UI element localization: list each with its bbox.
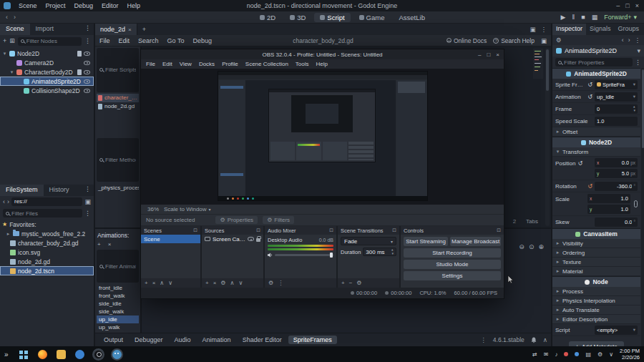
animation-item[interactable]: front_walk: [97, 292, 139, 300]
new-scene-tab-button[interactable]: +: [137, 26, 151, 33]
nav-forward-icon[interactable]: ›: [7, 199, 9, 205]
speaker-icon[interactable]: [268, 253, 273, 258]
file-row-svg[interactable]: icon.svg: [0, 248, 94, 257]
visibility-icon[interactable]: [84, 89, 90, 93]
zoom-reset-icon[interactable]: ⊙: [529, 243, 535, 250]
group-editor-description[interactable]: ▸Editor Description: [552, 315, 640, 324]
filter-animations-input[interactable]: [105, 263, 136, 270]
group-visibility[interactable]: ▸Visibility: [552, 239, 640, 248]
source-lock-icon[interactable]: [256, 238, 260, 242]
filter-methods-box[interactable]: [97, 138, 139, 182]
rotation-value[interactable]: -360.0 °: [595, 182, 638, 191]
position-x-value[interactable]: x 0.0 px: [595, 158, 638, 167]
play-button[interactable]: ▶: [561, 14, 566, 21]
source-properties-button[interactable]: ⚙ Properties: [215, 216, 258, 224]
float-dock-icon[interactable]: ⊡: [497, 228, 501, 233]
volume-slider-handle[interactable]: [330, 253, 333, 258]
menu-scene[interactable]: Scene: [14, 2, 42, 9]
menu-editor[interactable]: Editor: [97, 2, 123, 9]
tab-scene[interactable]: Scene: [0, 24, 30, 35]
add-transition-icon[interactable]: +: [341, 280, 345, 286]
stop-button[interactable]: ■: [581, 14, 585, 21]
add-source-icon[interactable]: +: [205, 280, 209, 286]
studio-mode-button[interactable]: Studio Mode: [404, 260, 501, 269]
animation-item[interactable]: up_walk: [97, 323, 139, 331]
current-path[interactable]: res://: [11, 197, 82, 206]
group-physics-interpolation[interactable]: ▸Physics Interpolation: [552, 296, 640, 305]
search-help-button[interactable]: ? Search Help: [493, 37, 535, 44]
source-visibility-icon[interactable]: [248, 237, 254, 241]
move-scene-up-icon[interactable]: ∧: [160, 280, 164, 286]
tray-music-icon[interactable]: ♪: [555, 351, 557, 358]
menu-help[interactable]: Help: [123, 2, 145, 9]
tray-input-icon[interactable]: ⇄: [532, 351, 537, 358]
taskbar-app-chat[interactable]: [75, 350, 84, 359]
scene-tab-node2d[interactable]: node_2d ×: [95, 24, 137, 35]
menu-debug[interactable]: Debug: [70, 2, 98, 9]
obs-menu-help[interactable]: Help: [313, 61, 331, 67]
property-scale[interactable]: Scale x 1.0 y 1.0: [552, 192, 640, 216]
file-row-gd2[interactable]: node_2d.gd: [0, 257, 94, 266]
filter-files-input[interactable]: [11, 210, 79, 217]
animation-item-selected[interactable]: up_idle: [97, 315, 139, 323]
move-source-up-icon[interactable]: ∧: [230, 280, 235, 286]
transition-properties-icon[interactable]: ⚙: [356, 280, 361, 286]
filter-scripts-box[interactable]: [97, 48, 139, 92]
obs-menu-tools[interactable]: Tools: [292, 61, 313, 67]
remove-source-icon[interactable]: ×: [213, 280, 217, 286]
add-metadata-button[interactable]: + Add Metadata: [569, 341, 623, 346]
source-properties-icon[interactable]: ⚙: [220, 280, 225, 286]
property-rotation[interactable]: Rotation ↺ -360.0 °: [552, 180, 640, 192]
workspace-tab-assetlib[interactable]: AssetLib: [393, 13, 430, 22]
script-badge-icon[interactable]: [77, 69, 82, 75]
property-position[interactable]: Position↺ x 0.0 px y 5.0 px: [552, 157, 640, 180]
script-value[interactable]: <empty> ▾: [595, 326, 638, 335]
history-forward-icon[interactable]: ›: [14, 14, 16, 21]
taskbar-app-godot[interactable]: [112, 350, 122, 359]
attach-script-icon[interactable]: ⋮: [84, 38, 91, 44]
scene-list-item[interactable]: Scene: [141, 235, 200, 243]
duration-spinbox[interactable]: 300 ms ▾▾: [363, 248, 396, 256]
obs-menu-edit[interactable]: Edit: [159, 61, 176, 67]
movie-maker-button[interactable]: ▦: [592, 14, 598, 21]
group-offset[interactable]: ▸ Offset: [552, 127, 640, 137]
tree-row-camera2d[interactable]: Camera2D: [0, 58, 94, 67]
close-icon[interactable]: ×: [635, 2, 639, 9]
tab-groups[interactable]: Groups: [615, 24, 643, 35]
source-list-item[interactable]: Screen Capture: [202, 235, 263, 243]
close-tab-icon[interactable]: ×: [128, 26, 132, 33]
visibility-icon[interactable]: [84, 70, 90, 74]
renderer-select[interactable]: Forward+ ▾: [604, 14, 637, 21]
script-menu-edit[interactable]: Edit: [114, 37, 135, 44]
tray-recording-icon[interactable]: [564, 352, 568, 356]
panel-debugger[interactable]: Debugger: [130, 336, 168, 344]
minimize-icon[interactable]: –: [616, 2, 620, 9]
skew-value[interactable]: 0.0 °: [595, 217, 638, 227]
obs-minimize-icon[interactable]: –: [478, 52, 481, 58]
tray-bluetooth-icon[interactable]: [575, 352, 579, 356]
taskbar-clock[interactable]: 2:00 PM 2/20/26: [620, 348, 640, 361]
obs-menu-profile[interactable]: Profile: [218, 61, 242, 67]
obs-menu-file[interactable]: File: [142, 61, 159, 67]
script-menu-search[interactable]: Search: [134, 37, 163, 44]
expand-icon[interactable]: ▸: [6, 231, 11, 237]
filter-methods-input[interactable]: [105, 157, 136, 163]
filter-nodes-box[interactable]: [18, 37, 82, 46]
manage-broadcast-button[interactable]: Manage Broadcast: [450, 237, 501, 246]
visibility-icon[interactable]: [84, 79, 90, 84]
filter-animations-box[interactable]: [97, 250, 139, 283]
file-row-folder[interactable]: ▸ mystic_woods_free_2.2: [0, 229, 94, 238]
tray-collapse-icon[interactable]: ∨: [609, 351, 613, 358]
script-menu-goto[interactable]: Go To: [163, 37, 189, 44]
remove-scene-icon[interactable]: ×: [152, 280, 156, 286]
transition-select[interactable]: Fade ▾: [341, 237, 396, 245]
focus-path-icon[interactable]: ▣: [84, 199, 91, 205]
method-item[interactable]: _physics_process: [97, 183, 139, 192]
zoom-in-icon[interactable]: ⊕: [538, 243, 544, 250]
add-animation-icon[interactable]: +: [97, 241, 101, 248]
pause-button[interactable]: ‖: [572, 14, 575, 21]
revert-icon[interactable]: ↺: [577, 160, 582, 167]
history-back-icon[interactable]: ‹: [6, 14, 8, 21]
distraction-free-icon[interactable]: ▣: [541, 37, 547, 44]
edited-object-selector[interactable]: AnimatedSprite2D ▾: [552, 45, 644, 57]
